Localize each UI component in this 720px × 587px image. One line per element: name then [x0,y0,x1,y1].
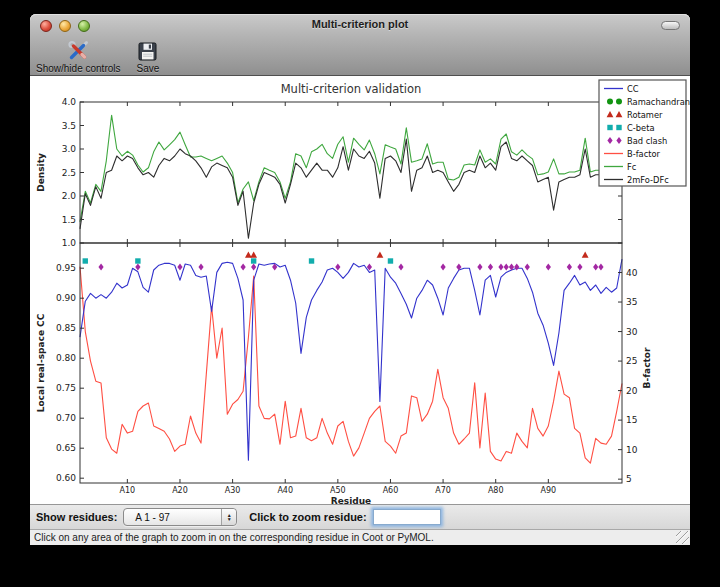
status-bar: Click on any area of the graph to zoom i… [30,529,690,545]
svg-text:35: 35 [626,297,637,307]
residue-range-select[interactable]: A 1 - 97 ▲▼ [123,508,237,526]
svg-text:0.75: 0.75 [56,383,76,393]
density-axis-label: Density [36,153,46,192]
figure-area: Multi-criterion validationA10A20A30A40A5… [30,76,690,504]
svg-text:CC: CC [627,84,639,94]
svg-text:2.5: 2.5 [62,168,76,178]
tools-icon [66,39,90,63]
svg-text:0.65: 0.65 [56,443,76,453]
svg-text:0.90: 0.90 [56,293,76,303]
svg-text:2.0: 2.0 [62,191,77,201]
density-panel-area[interactable] [80,102,622,243]
window-title: Multi-criterion plot [30,18,690,30]
zoom-residue-label: Click to zoom residue: [249,511,366,523]
svg-text:10: 10 [626,445,638,455]
plot-canvas[interactable]: Multi-criterion validationA10A20A30A40A5… [30,76,690,504]
svg-text:0.60: 0.60 [56,473,76,483]
svg-text:A90: A90 [541,486,557,495]
svg-text:0.70: 0.70 [56,413,76,423]
show-hide-controls-label: Show/hide controls [36,63,121,74]
svg-text:A10: A10 [120,486,136,495]
zoom-residue-input[interactable] [373,509,441,525]
svg-text:A80: A80 [488,486,504,495]
select-stepper-icon: ▲▼ [221,509,236,525]
svg-text:1.0: 1.0 [62,238,77,248]
svg-text:20: 20 [626,386,638,396]
b-factor-axis-label: B-factor [642,347,652,388]
svg-text:3.5: 3.5 [62,121,76,131]
svg-text:40: 40 [626,268,638,278]
svg-text:30: 30 [626,327,638,337]
resize-grip-icon[interactable] [676,531,689,544]
fc-line [80,115,622,222]
svg-text:A50: A50 [330,486,346,495]
svg-text:0.85: 0.85 [56,323,76,333]
cc-panel-area[interactable] [80,243,622,483]
x-axis-label: Residue [331,496,371,504]
toolbar-toggle-pill-button[interactable] [661,21,680,30]
svg-text:B-factor: B-factor [627,149,661,159]
cc-axis-label: Local real-space CC [36,313,46,412]
svg-text:Ramachandran: Ramachandran [627,97,690,107]
svg-text:A20: A20 [172,486,188,495]
svg-text:25: 25 [626,356,637,366]
floppy-disk-icon [137,39,158,63]
svg-text:2mFo-DFc: 2mFo-DFc [627,175,669,185]
svg-text:A60: A60 [383,486,399,495]
svg-text:A70: A70 [435,486,451,495]
multi-criterion-plot-window: Multi-criterion plot Show/hide controls [30,14,690,545]
svg-text:Bad clash: Bad clash [627,136,667,146]
svg-text:C-beta: C-beta [627,123,655,133]
svg-text:0.80: 0.80 [56,353,76,363]
toolbar: Show/hide controls Save [30,36,690,76]
show-residues-label: Show residues: [36,511,117,523]
svg-text:15: 15 [626,415,637,425]
window-chrome: Multi-criterion plot Show/hide controls [30,14,690,76]
svg-text:A30: A30 [225,486,241,495]
svg-text:0.95: 0.95 [56,263,76,273]
svg-text:1.5: 1.5 [62,215,76,225]
svg-text:Rotamer: Rotamer [627,110,663,120]
chart-title: Multi-criterion validation [281,82,422,96]
status-text: Click on any area of the graph to zoom i… [34,532,434,543]
svg-text:A40: A40 [277,486,293,495]
b-factor-line [80,267,622,464]
svg-text:4.0: 4.0 [62,97,77,107]
save-button[interactable]: Save [137,39,160,74]
show-hide-controls-button[interactable]: Show/hide controls [36,39,121,74]
outlier-markers [83,251,604,270]
svg-text:3.0: 3.0 [62,144,77,154]
controls-bar: Show residues: A 1 - 97 ▲▼ Click to zoom… [30,504,690,529]
residue-range-value: A 1 - 97 [135,512,169,523]
svg-text:5: 5 [626,474,632,484]
save-label: Save [137,63,160,74]
svg-text:Fc: Fc [627,162,637,172]
title-bar[interactable]: Multi-criterion plot [30,14,690,36]
